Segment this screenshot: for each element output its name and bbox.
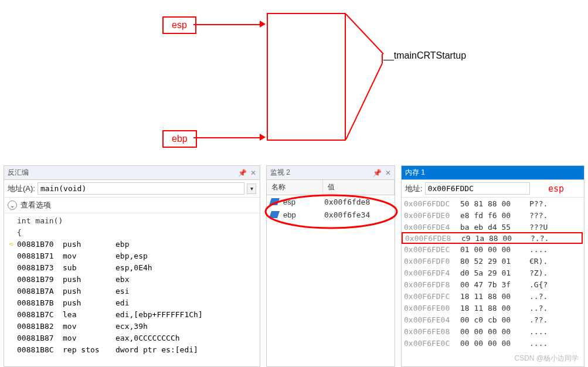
- mem-addr: 0x00F6FE00: [404, 304, 460, 312]
- watch-row[interactable]: ebp0x00f6fe34: [267, 208, 395, 221]
- code-line[interactable]: 00881B7Bpushedi: [6, 297, 260, 308]
- mem-addr: 0x00F6FE04: [404, 315, 460, 324]
- mem-addr: 0x00F6FDF8: [404, 280, 460, 289]
- mem-ascii: ..?.: [529, 304, 548, 312]
- mem-addr: 0x00F6FDE4: [404, 223, 460, 232]
- mem-bytes: 50 81 88 00: [460, 199, 529, 208]
- code-line[interactable]: 00881B8Crep stosdword ptr es:[edi]: [6, 344, 260, 355]
- mem-ascii: ....: [529, 339, 548, 348]
- mem-bytes: 80 52 29 01: [460, 257, 529, 266]
- watch-col-value[interactable]: 值: [323, 180, 395, 195]
- watch-col-name[interactable]: 名称: [267, 180, 323, 195]
- disasm-code-area[interactable]: int main(){➪00881B70pushebp00881B71moveb…: [4, 213, 260, 356]
- diagram-stack-rect: [267, 13, 346, 141]
- memory-row[interactable]: 0x00F6FDF080 52 29 01€R).: [402, 255, 584, 267]
- mem-bytes: 00 47 7b 3f: [460, 280, 529, 289]
- close-icon[interactable]: ✕: [385, 169, 391, 177]
- memory-row[interactable]: 0x00F6FE0400 c0 cb 00.??.: [402, 314, 584, 325]
- memory-row[interactable]: 0x00F6FE0018 11 88 00..?.: [402, 302, 584, 314]
- mem-ascii: .G{?: [529, 280, 548, 289]
- view-options-label: 查看选项: [21, 200, 51, 210]
- variable-icon: [269, 211, 280, 218]
- mem-bytes: 00 00 00 00: [460, 339, 529, 348]
- code-line[interactable]: 00881B7Apushesi: [6, 285, 260, 297]
- mem-addr: 0x00F6FE0C: [404, 339, 460, 348]
- disasm-address-input[interactable]: [38, 182, 244, 195]
- diagram-ebp-label: ebp: [172, 134, 188, 144]
- memory-panel: 内存 1 地址: esp 0x00F6FDDC50 81 88 00P??.0x…: [401, 165, 584, 367]
- diagram-esp-box: esp: [162, 16, 196, 34]
- chevron-down-icon[interactable]: ⌄: [8, 201, 17, 210]
- code-line[interactable]: 00881B87moveax,0CCCCCCCCh: [6, 332, 260, 344]
- memory-row[interactable]: 0x00F6FDE0e8 fd f6 00???.: [402, 209, 584, 221]
- mem-ascii: ?.?.: [531, 234, 549, 243]
- svg-line-2: [346, 63, 382, 140]
- watch-column-header: 名称 值: [267, 180, 395, 195]
- mem-bytes: 01 00 00 00: [460, 245, 529, 254]
- pin-icon[interactable]: 📌: [238, 169, 247, 177]
- memory-row[interactable]: 0x00F6FE0C00 00 00 00....: [402, 337, 584, 349]
- watch-value: 0x00f6fde8: [324, 198, 370, 206]
- stack-diagram: esp ebp __tmainCRTStartup: [0, 0, 588, 164]
- mem-addr: 0x00F6FDF0: [404, 257, 460, 266]
- mem-addr: 0x00F6FDF4: [404, 269, 460, 277]
- mem-bytes: 00 c0 cb 00: [460, 315, 529, 324]
- code-line[interactable]: 00881B79pushebx: [6, 273, 260, 285]
- memory-rows[interactable]: 0x00F6FDDC50 81 88 00P??.0x00F6FDE0e8 fd…: [402, 198, 584, 349]
- mem-bytes: d0 5a 29 01: [460, 269, 529, 277]
- disasm-tab-header[interactable]: 反汇编 📌 ✕: [4, 166, 260, 180]
- memory-title: 内存 1: [405, 168, 425, 178]
- debug-panels: 反汇编 📌 ✕ 地址(A): ▾ ⌄ 查看选项 int main(){➪0088…: [4, 165, 584, 367]
- disassembly-panel: 反汇编 📌 ✕ 地址(A): ▾ ⌄ 查看选项 int main(){➪0088…: [4, 165, 260, 367]
- diagram-ebp-box: ebp: [162, 130, 197, 148]
- mem-ascii: €R).: [529, 257, 548, 266]
- watch-title: 监视 2: [270, 168, 290, 178]
- memory-row[interactable]: 0x00F6FDE4ba eb d4 55???U: [402, 221, 584, 233]
- memory-row[interactable]: 0x00F6FDFC18 11 88 00..?.: [402, 290, 584, 302]
- memory-tab-header[interactable]: 内存 1: [402, 166, 584, 180]
- watermark: CSDN @杨小边同学: [514, 354, 579, 363]
- memory-row[interactable]: 0x00F6FDF4d0 5a 29 01?Z).: [402, 267, 584, 278]
- mem-ascii: .??.: [529, 315, 548, 324]
- mem-addr: 0x00F6FDE0: [404, 211, 460, 220]
- watch-panel: 监视 2 📌 ✕ 名称 值 esp0x00f6fde8ebp0x00f6fe34: [266, 165, 395, 367]
- memory-address-row: 地址: esp: [402, 180, 584, 198]
- memory-row[interactable]: 0x00F6FDE8c9 1a 88 00?.?.: [402, 232, 583, 244]
- code-line[interactable]: 00881B7Cleaedi,[ebp+FFFFFF1Ch]: [6, 308, 260, 320]
- memory-row[interactable]: 0x00F6FDF800 47 7b 3f.G{?: [402, 278, 584, 290]
- mem-addr: 0x00F6FDFC: [404, 292, 460, 301]
- mem-ascii: ?Z).: [529, 269, 548, 277]
- mem-bytes: 18 11 88 00: [460, 292, 529, 301]
- pin-icon[interactable]: 📌: [373, 169, 382, 177]
- mem-addr: 0x00F6FDE8: [405, 234, 461, 243]
- code-line[interactable]: 00881B73subesp,0E4h: [6, 261, 260, 273]
- memory-row[interactable]: 0x00F6FDEC01 00 00 00....: [402, 243, 584, 255]
- mem-addr: 0x00F6FDEC: [404, 245, 460, 254]
- watch-row[interactable]: esp0x00f6fde8: [267, 195, 395, 208]
- mem-bytes: c9 1a 88 00: [461, 234, 531, 243]
- dropdown-icon[interactable]: ▾: [247, 184, 256, 194]
- svg-line-0: [346, 14, 383, 54]
- code-line[interactable]: ➪00881B70pushebp: [6, 238, 260, 250]
- mem-bytes: e8 fd f6 00: [460, 211, 529, 220]
- memory-row[interactable]: 0x00F6FE0800 00 00 00....: [402, 325, 584, 337]
- code-line[interactable]: {: [6, 226, 260, 238]
- mem-ascii: ....: [529, 327, 548, 336]
- mem-bytes: 00 00 00 00: [460, 327, 529, 336]
- disasm-title: 反汇编: [8, 168, 29, 178]
- diagram-esp-label: esp: [172, 20, 187, 30]
- code-line[interactable]: int main(): [6, 215, 260, 226]
- watch-value: 0x00f6fe34: [324, 210, 370, 219]
- memory-row[interactable]: 0x00F6FDDC50 81 88 00P??.: [402, 198, 584, 209]
- view-options-row[interactable]: ⌄ 查看选项: [4, 198, 260, 213]
- disasm-address-row: 地址(A): ▾: [4, 180, 260, 198]
- mem-ascii: ???U: [529, 223, 548, 232]
- code-line[interactable]: 00881B71movebp,esp: [6, 250, 260, 261]
- watch-tab-header[interactable]: 监视 2 📌 ✕: [267, 166, 395, 180]
- watch-name: esp: [283, 198, 324, 206]
- mem-ascii: ....: [529, 245, 548, 254]
- memory-address-input[interactable]: [425, 182, 530, 195]
- memory-esp-tag: esp: [548, 184, 564, 194]
- code-line[interactable]: 00881B82movecx,39h: [6, 320, 260, 332]
- close-icon[interactable]: ✕: [250, 169, 256, 177]
